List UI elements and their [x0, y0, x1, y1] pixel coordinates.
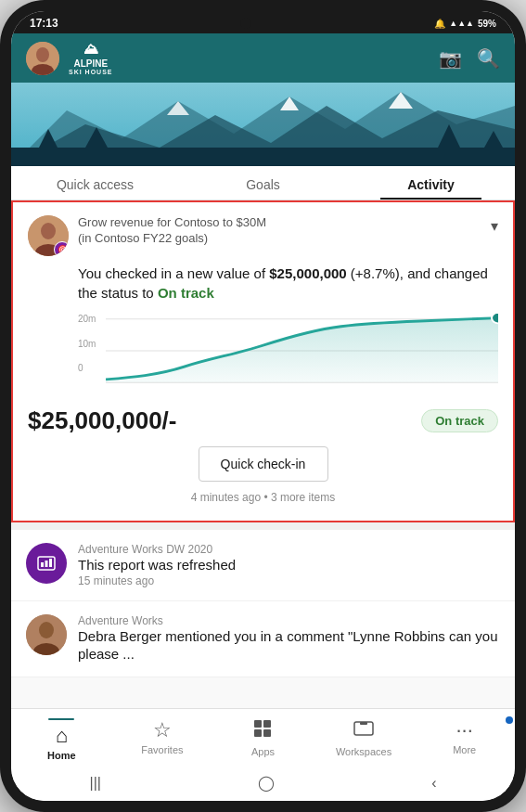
chart-label-10m: 10m — [78, 339, 96, 349]
divider-1 — [11, 522, 515, 530]
chart-y-labels: 20m 10m 0 — [78, 314, 96, 373]
tab-bar: Quick access Goals Activity — [11, 166, 515, 200]
phone-frame: 17:13 🔔 ▲▲▲ 59% ⛰ ALPINE SKI HOUSE — [0, 0, 526, 812]
highlighted-card: 🎯 Grow revenue for Contoso to $30M (in C… — [11, 200, 515, 522]
chart-svg-container — [106, 314, 498, 388]
nav-label-favorites: Favorites — [141, 744, 183, 755]
svg-point-15 — [41, 223, 56, 239]
goal-badge: 🎯 — [54, 241, 69, 256]
item-source-2: Adventure Works — [78, 614, 500, 627]
item-text-2: Debra Berger mentioned you in a comment … — [78, 627, 500, 664]
card-footer: 4 minutes ago • 3 more items — [28, 491, 498, 508]
status-bar: 17:13 🔔 ▲▲▲ 59% — [11, 11, 515, 33]
nav-item-apps[interactable]: Apps — [212, 715, 314, 765]
home-icon: ⌂ — [56, 724, 68, 748]
svg-rect-29 — [263, 720, 271, 728]
hero-banner — [11, 83, 515, 166]
chart-label-0: 0 — [78, 363, 96, 373]
alarm-icon: 🔔 — [434, 19, 445, 29]
nav-item-home[interactable]: ⌂ Home — [11, 715, 112, 765]
phone-nav-menu[interactable]: ||| — [90, 775, 101, 792]
svg-rect-31 — [263, 729, 271, 737]
svg-rect-24 — [49, 559, 52, 567]
brand-name: ALPINE — [73, 58, 108, 69]
user-avatar-header[interactable] — [26, 42, 59, 75]
svg-point-26 — [39, 622, 54, 638]
brand-logo: ⛰ ALPINE SKI HOUSE — [69, 41, 113, 75]
camera-icon[interactable]: 📷 — [439, 47, 462, 70]
battery-icon: 59% — [478, 19, 496, 29]
activity-chart: 20m 10m 0 — [78, 314, 498, 388]
nav-item-favorites[interactable]: ☆ Favorites — [112, 715, 213, 765]
card-header: 🎯 Grow revenue for Contoso to $30M (in C… — [28, 215, 498, 256]
apps-icon — [252, 718, 273, 744]
more-icon: ··· — [456, 718, 473, 742]
status-pill: On track — [421, 409, 498, 432]
nav-active-indicator — [48, 718, 74, 720]
bottom-nav: ⌂ Home ☆ Favorites Apps Workspaces ··· — [11, 708, 515, 768]
card-message: You checked in a new value of $25,000,00… — [28, 264, 498, 303]
card-header-left: 🎯 Grow revenue for Contoso to $30M (in C… — [28, 215, 266, 256]
phone-nav-back[interactable]: ‹ — [431, 775, 436, 792]
item-text: This report was refreshed — [78, 556, 236, 574]
favorites-icon: ☆ — [153, 718, 172, 742]
value-row: $25,000,000/- On track — [28, 399, 498, 446]
quick-checkin-button[interactable]: Quick check-in — [199, 446, 328, 482]
front-camera — [240, 18, 251, 29]
svg-rect-23 — [45, 561, 48, 567]
header-right: 📷 🔍 — [439, 47, 500, 70]
status-time: 17:13 — [30, 17, 58, 30]
item-content-report: Adventure Works DW 2020 This report was … — [78, 543, 236, 587]
signal-icon: ▲▲▲ — [449, 19, 474, 28]
notification-badge — [506, 716, 513, 724]
item-time: 15 minutes ago — [78, 574, 236, 587]
header-left: ⛰ ALPINE SKI HOUSE — [26, 41, 113, 75]
nav-label-home: Home — [47, 750, 76, 761]
chevron-down-icon[interactable]: ▾ — [491, 217, 498, 235]
nav-label-apps: Apps — [251, 746, 275, 757]
search-icon[interactable]: 🔍 — [477, 47, 500, 70]
phone-nav-home[interactable]: ◯ — [258, 774, 275, 792]
activity-card-main: 🎯 Grow revenue for Contoso to $30M (in C… — [13, 202, 513, 521]
svg-rect-9 — [11, 148, 515, 166]
item-content-mention: Adventure Works Debra Berger mentioned y… — [78, 614, 500, 664]
item-source: Adventure Works DW 2020 — [78, 543, 236, 556]
svg-rect-28 — [254, 720, 262, 728]
workspaces-icon — [353, 718, 374, 744]
tab-quick-access[interactable]: Quick access — [11, 166, 179, 200]
tab-activity[interactable]: Activity — [347, 166, 515, 200]
debra-avatar — [26, 614, 67, 655]
card-user-avatar: 🎯 — [28, 215, 69, 256]
card-title-block: Grow revenue for Contoso to $30M (in Con… — [78, 215, 266, 247]
svg-point-20 — [492, 314, 498, 323]
list-item: Adventure Works DW 2020 This report was … — [11, 530, 515, 601]
svg-point-1 — [36, 47, 49, 62]
list-item: Adventure Works Debra Berger mentioned y… — [11, 601, 515, 677]
nav-item-more[interactable]: ··· More — [414, 715, 515, 765]
status-icons: 🔔 ▲▲▲ 59% — [434, 19, 496, 29]
nav-label-workspaces: Workspaces — [336, 746, 391, 757]
card-title: Grow revenue for Contoso to $30M (in Con… — [78, 215, 266, 247]
svg-rect-33 — [360, 722, 367, 725]
phone-screen: 17:13 🔔 ▲▲▲ 59% ⛰ ALPINE SKI HOUSE — [11, 11, 515, 801]
svg-rect-30 — [254, 729, 262, 737]
report-icon — [26, 543, 67, 584]
chart-label-20m: 20m — [78, 314, 96, 324]
nav-item-workspaces[interactable]: Workspaces — [314, 715, 415, 765]
goal-value: $25,000,000/- — [28, 406, 176, 435]
tab-goals[interactable]: Goals — [179, 166, 347, 200]
brand-subtitle: SKI HOUSE — [69, 69, 113, 76]
brand-mountain-icon: ⛰ — [83, 41, 98, 58]
content-area: 🎯 Grow revenue for Contoso to $30M (in C… — [11, 200, 515, 708]
app-header: ⛰ ALPINE SKI HOUSE 📷 🔍 — [11, 33, 515, 83]
phone-nav-bar: ||| ◯ ‹ — [11, 768, 515, 801]
nav-label-more: More — [453, 744, 476, 755]
svg-rect-22 — [41, 562, 44, 567]
